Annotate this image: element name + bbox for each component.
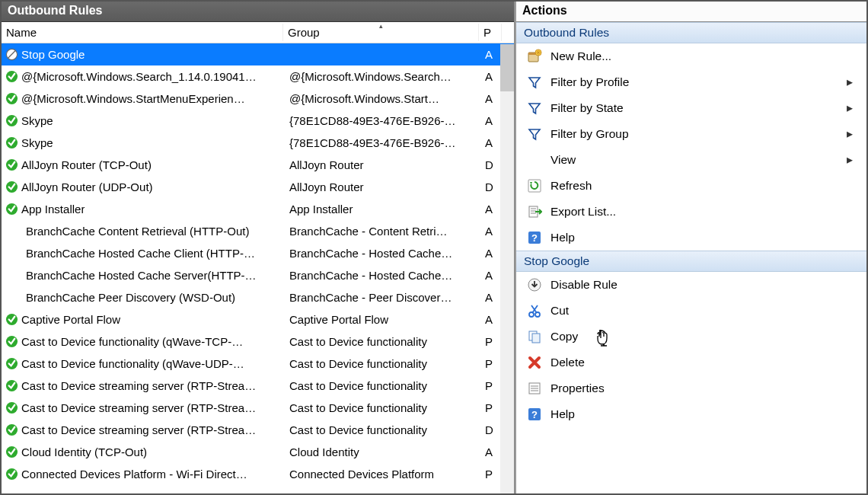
action-disable-rule[interactable]: Disable Rule (516, 272, 866, 298)
blank-icon (5, 269, 23, 283)
rule-row[interactable]: Skype{78E1CD88-49E3-476E-B926-…A (2, 132, 514, 154)
action-new-rule[interactable]: New Rule... (516, 43, 866, 69)
action-properties[interactable]: Properties (516, 375, 866, 401)
action-label: Refresh (550, 179, 859, 193)
action-filter-state[interactable]: Filter by State▸ (516, 95, 866, 121)
rule-row[interactable]: @{Microsoft.Windows.Search_1.14.0.19041…… (2, 65, 514, 88)
rule-group: AllJoyn Router (287, 158, 483, 171)
actions-title: Actions (516, 2, 866, 22)
submenu-arrow-icon: ▸ (847, 153, 859, 167)
rule-group: {78E1CD88-49E3-476E-B926-… (287, 114, 483, 127)
scrollbar-thumb[interactable] (500, 44, 514, 91)
rule-row[interactable]: Skype{78E1CD88-49E3-476E-B926-…A (2, 110, 514, 132)
rule-profile: A (483, 48, 501, 61)
actions-panel: Actions Outbound RulesNew Rule...Filter … (515, 2, 866, 493)
rule-row[interactable]: AllJoyn Router (UDP-Out)AllJoyn RouterD (2, 176, 514, 198)
rule-row[interactable]: Connected Devices Platform - Wi-Fi Direc… (2, 463, 514, 485)
rule-row[interactable]: Captive Portal FlowCaptive Portal FlowA (2, 308, 514, 331)
rule-profile: A (483, 225, 501, 238)
rule-name: Stop Google (21, 48, 85, 61)
rule-profile: A (483, 92, 501, 105)
check-icon (5, 401, 18, 415)
action-label: Help (550, 231, 859, 244)
column-group[interactable]: ▴ Group (283, 24, 479, 41)
action-label: Filter by State (550, 101, 838, 115)
action-help2[interactable]: ?Help (516, 401, 866, 427)
rule-row[interactable]: Cast to Device streaming server (RTP-Str… (2, 419, 514, 441)
rule-row[interactable]: AllJoyn Router (TCP-Out)AllJoyn RouterD (2, 154, 514, 176)
rule-group: BranchCache - Content Retri… (287, 225, 483, 238)
column-profile[interactable]: P (479, 24, 502, 41)
action-help1[interactable]: ?Help (516, 225, 866, 251)
rule-profile: A (483, 136, 501, 149)
column-name[interactable]: Name (2, 24, 283, 41)
refresh-icon (527, 178, 542, 193)
rule-row[interactable]: BranchCache Peer Discovery (WSD-Out)Bran… (2, 286, 514, 308)
action-label: Filter by Group (550, 127, 838, 141)
rule-row[interactable]: Stop GoogleA (2, 43, 514, 65)
rule-profile: D (483, 180, 501, 193)
action-view[interactable]: View▸ (516, 147, 866, 173)
rule-profile: P (483, 468, 501, 481)
columns-header: Name ▴ Group P (2, 22, 514, 43)
scrollbar-track[interactable] (500, 44, 514, 493)
action-label: Delete (550, 356, 859, 369)
rule-row[interactable]: Cast to Device streaming server (RTP-Str… (2, 397, 514, 419)
rule-name: BranchCache Hosted Cache Client (HTTP-… (26, 247, 255, 260)
action-copy[interactable]: Copy (516, 324, 866, 350)
rule-row[interactable]: @{Microsoft.Windows.StartMenuExperien…@{… (2, 88, 514, 110)
help-icon: ? (527, 407, 542, 422)
check-icon (5, 423, 18, 437)
rule-group: {78E1CD88-49E3-476E-B926-… (287, 136, 483, 149)
rule-row[interactable]: App InstallerApp InstallerA (2, 198, 514, 220)
rule-profile: P (483, 357, 501, 370)
rule-row[interactable]: Cast to Device functionality (qWave-UDP-… (2, 353, 514, 375)
filter-icon (527, 126, 542, 142)
rule-name: AllJoyn Router (UDP-Out) (21, 180, 153, 193)
rule-name: Captive Portal Flow (21, 313, 120, 326)
rule-name: Cast to Device functionality (qWave-TCP-… (21, 335, 243, 348)
check-icon (5, 180, 18, 194)
action-label: Copy (550, 330, 859, 343)
rule-group: Cast to Device functionality (287, 335, 483, 348)
rule-profile: A (483, 313, 501, 326)
check-icon (5, 379, 18, 393)
filter-icon (527, 101, 542, 116)
action-export-list[interactable]: Export List... (516, 199, 866, 225)
action-filter-profile[interactable]: Filter by Profile▸ (516, 69, 866, 95)
rule-name: Cast to Device streaming server (RTP-Str… (21, 401, 256, 414)
rule-row[interactable]: Cast to Device functionality (qWave-TCP-… (2, 331, 514, 353)
rule-row[interactable]: BranchCache Content Retrieval (HTTP-Out)… (2, 220, 514, 242)
outbound-rules-panel: Outbound Rules Name ▴ Group P Stop Googl… (2, 2, 515, 493)
rules-list[interactable]: Stop GoogleA@{Microsoft.Windows.Search_1… (2, 43, 514, 493)
svg-text:?: ? (531, 232, 538, 244)
action-refresh[interactable]: Refresh (516, 173, 866, 199)
check-icon (5, 158, 18, 172)
action-delete[interactable]: Delete (516, 350, 866, 375)
rule-row[interactable]: BranchCache Hosted Cache Server(HTTP-…Br… (2, 264, 514, 286)
actions-body: Outbound RulesNew Rule...Filter by Profi… (516, 22, 866, 493)
action-cut[interactable]: Cut (516, 298, 866, 324)
submenu-arrow-icon: ▸ (847, 101, 859, 115)
check-icon (5, 70, 18, 84)
rule-profile: P (483, 379, 501, 392)
blank-icon (5, 225, 23, 238)
action-filter-group[interactable]: Filter by Group▸ (516, 121, 866, 147)
sort-indicator-icon: ▴ (379, 22, 383, 30)
submenu-arrow-icon: ▸ (847, 75, 859, 89)
rule-name: Cloud Identity (TCP-Out) (21, 446, 147, 458)
copy-icon (527, 329, 542, 344)
filter-icon (527, 75, 542, 90)
rule-name: Cast to Device functionality (qWave-UDP-… (21, 357, 244, 370)
panel-title: Outbound Rules (2, 2, 514, 22)
rule-profile: P (483, 335, 501, 348)
block-icon (5, 48, 18, 62)
action-label: New Rule... (550, 50, 859, 63)
rule-row[interactable]: BranchCache Hosted Cache Client (HTTP-…B… (2, 242, 514, 264)
check-icon (5, 114, 18, 128)
help-icon: ? (527, 230, 542, 245)
blank-icon (5, 247, 23, 260)
rule-name: @{Microsoft.Windows.StartMenuExperien… (21, 92, 245, 105)
rule-row[interactable]: Cast to Device streaming server (RTP-Str… (2, 375, 514, 397)
rule-row[interactable]: Cloud Identity (TCP-Out)Cloud IdentityA (2, 441, 514, 463)
